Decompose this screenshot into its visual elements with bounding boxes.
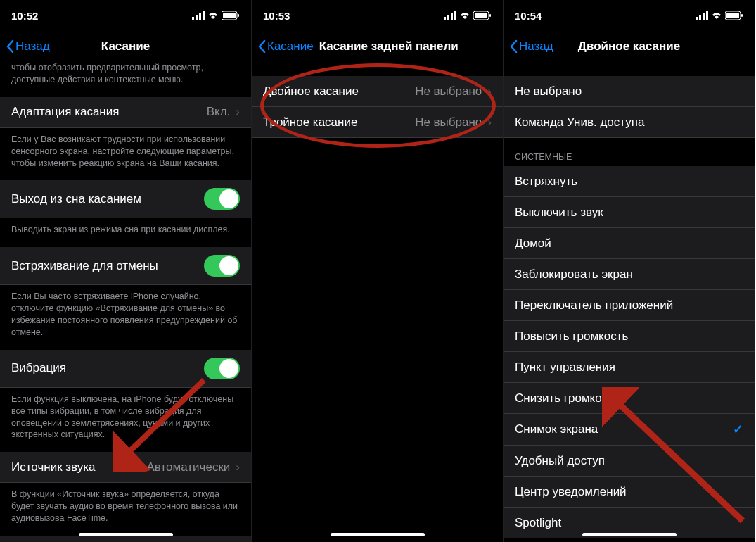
chevron-left-icon xyxy=(6,39,14,53)
row-tap-to-wake[interactable]: Выход из сна касанием xyxy=(0,180,251,218)
svg-rect-11 xyxy=(454,11,456,20)
svg-rect-14 xyxy=(489,14,491,17)
settings-content: Двойное касание Не выбрано› Тройное каса… xyxy=(252,76,503,138)
status-time: 10:53 xyxy=(263,10,290,22)
chevron-left-icon xyxy=(509,39,518,53)
option-mute[interactable]: Выключить звук xyxy=(504,197,755,228)
option-home[interactable]: Домой xyxy=(504,228,755,259)
svg-rect-17 xyxy=(703,13,705,20)
option-reachability[interactable]: Удобный доступ xyxy=(504,446,755,477)
home-indicator xyxy=(79,533,173,536)
footer-text: В функции «Источник звука» определяется,… xyxy=(0,483,251,536)
row-touch-accommodation[interactable]: Адаптация касания Вкл.› xyxy=(0,97,251,128)
status-bar: 10:54 xyxy=(504,0,755,31)
chevron-right-icon: › xyxy=(487,84,492,99)
row-audio-source[interactable]: Источник звука Автоматически› xyxy=(0,452,251,483)
battery-icon xyxy=(473,11,492,20)
screen-back-tap: 10:53 Касание Касание задней панели Двой… xyxy=(252,0,504,542)
page-title: Двойное касание xyxy=(578,39,680,53)
option-shake[interactable]: Встряхнуть xyxy=(504,166,755,197)
checkmark-icon: ✓ xyxy=(733,422,743,437)
status-icons xyxy=(696,11,743,20)
signal-icon xyxy=(696,11,708,20)
svg-rect-5 xyxy=(223,13,236,18)
row-back-tap[interactable]: Касание задней панели Вкл.› xyxy=(0,536,251,542)
svg-rect-9 xyxy=(447,15,449,20)
screen-double-tap: 10:54 Назад Двойное касание Не выбрано К… xyxy=(504,0,755,542)
nav-bar: Назад Касание xyxy=(0,31,251,62)
back-label: Касание xyxy=(267,39,314,53)
section-header: Универсальный доступ xyxy=(504,538,755,542)
footer-text: Если Вы часто встряхиваете iPhone случай… xyxy=(0,285,251,350)
footer-text: Если у Вас возникают трудности при испол… xyxy=(0,128,251,181)
option-screenshot[interactable]: Снимок экрана ✓ xyxy=(504,414,755,446)
status-bar: 10:53 xyxy=(252,0,503,31)
option-accessibility-shortcut[interactable]: Команда Унив. доступа xyxy=(504,107,755,138)
option-control-center[interactable]: Пункт управления xyxy=(504,352,755,383)
status-time: 10:52 xyxy=(11,10,38,22)
svg-rect-15 xyxy=(696,17,698,20)
svg-rect-2 xyxy=(199,13,201,20)
footer-text: Если функция выключена, на iPhone будут … xyxy=(0,388,251,453)
svg-rect-21 xyxy=(741,14,743,17)
svg-rect-3 xyxy=(203,11,205,20)
option-notification-center[interactable]: Центр уведомлений xyxy=(504,477,755,508)
option-none[interactable]: Не выбрано xyxy=(504,76,755,107)
toggle-switch[interactable] xyxy=(204,255,240,277)
chevron-right-icon: › xyxy=(487,115,492,130)
row-vibration[interactable]: Вибрация xyxy=(0,350,251,388)
back-button[interactable]: Касание xyxy=(257,39,314,53)
svg-rect-6 xyxy=(238,14,239,17)
battery-icon xyxy=(222,11,240,20)
back-label: Назад xyxy=(519,39,553,53)
toggle-switch[interactable] xyxy=(204,188,240,210)
option-app-switcher[interactable]: Переключатель приложений xyxy=(504,290,755,321)
option-volume-down[interactable]: Снизить громкость xyxy=(504,383,755,414)
option-lock-screen[interactable]: Заблокировать экран xyxy=(504,259,755,290)
home-indicator xyxy=(331,533,425,536)
chevron-right-icon: › xyxy=(236,105,240,119)
signal-icon xyxy=(192,11,205,20)
section-header: Системные xyxy=(504,138,755,166)
chevron-left-icon xyxy=(257,39,266,53)
row-shake-undo[interactable]: Встряхивание для отмены xyxy=(0,247,251,285)
wifi-icon xyxy=(711,11,722,20)
svg-rect-13 xyxy=(475,13,487,18)
status-icons xyxy=(192,11,240,20)
toggle-switch[interactable] xyxy=(204,358,240,379)
option-volume-up[interactable]: Повысить громкость xyxy=(504,321,755,352)
svg-rect-20 xyxy=(726,13,739,18)
back-button[interactable]: Назад xyxy=(6,39,50,53)
signal-icon xyxy=(444,11,456,20)
screen-touch: 10:52 Назад Касание чтобы отобразить пре… xyxy=(0,0,252,542)
back-button[interactable]: Назад xyxy=(509,39,553,53)
footer-text: чтобы отобразить предварительный просмот… xyxy=(0,62,251,97)
svg-rect-8 xyxy=(444,17,446,20)
footer-text: Выводить экран из режима сна при касании… xyxy=(0,218,251,247)
page-title: Касание задней панели xyxy=(319,39,459,53)
settings-content: Не выбрано Команда Унив. доступа Системн… xyxy=(504,76,755,542)
back-label: Назад xyxy=(15,39,50,53)
svg-rect-1 xyxy=(196,15,198,20)
status-icons xyxy=(444,11,492,20)
row-triple-tap[interactable]: Тройное касание Не выбрано› xyxy=(252,107,503,138)
wifi-icon xyxy=(207,11,219,20)
row-double-tap[interactable]: Двойное касание Не выбрано› xyxy=(252,76,503,107)
nav-bar: Назад Двойное касание xyxy=(504,31,755,62)
chevron-right-icon: › xyxy=(236,460,240,474)
status-time: 10:54 xyxy=(515,10,542,22)
svg-rect-18 xyxy=(706,11,708,20)
svg-rect-16 xyxy=(699,15,701,20)
status-bar: 10:52 xyxy=(0,0,251,31)
svg-rect-10 xyxy=(451,13,453,20)
wifi-icon xyxy=(459,11,470,20)
home-indicator xyxy=(582,533,677,536)
nav-bar: Касание Касание задней панели xyxy=(252,31,503,62)
page-title: Касание xyxy=(101,39,150,53)
svg-rect-0 xyxy=(192,17,194,20)
settings-content: чтобы отобразить предварительный просмот… xyxy=(0,62,251,542)
battery-icon xyxy=(725,11,743,20)
